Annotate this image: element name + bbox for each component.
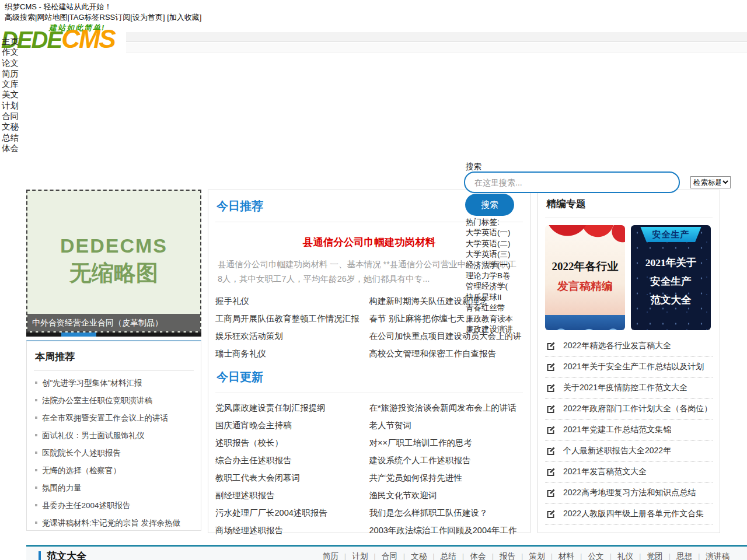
category-link[interactable]: 思想 <box>676 552 692 560</box>
update-link[interactable]: 综合办主任述职报告 <box>215 456 292 465</box>
update-link[interactable]: 对××厂职工培训工作的思考 <box>369 438 472 447</box>
update-link[interactable]: 老人节贺词 <box>369 421 412 430</box>
nav-link[interactable]: 作文 <box>2 47 19 57</box>
today-link[interactable]: 瑞士商务礼仪 <box>215 349 266 358</box>
slider-pager[interactable] <box>26 332 201 337</box>
weekly-item-link[interactable]: 党课讲稿材料:牢记党的宗旨 发挥余热做 <box>42 519 180 527</box>
hot-tag-link[interactable]: 廉政建设演讲 <box>466 324 536 335</box>
slider-pager-active-segment[interactable] <box>61 332 96 337</box>
category-link[interactable]: 体会 <box>470 552 486 560</box>
nav-link[interactable]: 总结 <box>2 133 19 142</box>
category-link[interactable]: 演讲稿 <box>706 552 730 560</box>
top-utility-link[interactable]: RSS订阅 <box>100 13 131 22</box>
today-link[interactable]: 工商局开展队伍教育整顿工作情况汇报 <box>215 314 359 323</box>
update-link[interactable]: 我们是怎么样抓职工队伍建设？ <box>369 508 488 517</box>
nav-link[interactable]: 简历 <box>2 69 19 78</box>
update-link[interactable]: 党风廉政建设责任制汇报提纲 <box>215 403 326 412</box>
weekly-item-link[interactable]: 氛围的力量 <box>42 484 82 492</box>
update-link[interactable]: 建设系统个人工作述职报告 <box>369 456 471 465</box>
hot-tag-link[interactable]: 青春红丝带 <box>466 303 536 313</box>
topic-card-safety-2021[interactable]: 安全生产 2021年关于 安全生产 范文大全 <box>631 225 711 330</box>
today-link[interactable]: 春节 别让麻将把你缠七天 <box>369 314 465 323</box>
topic-card-speeches-2022[interactable]: 2022年各行业 发言稿精编 <box>545 225 625 330</box>
update-link[interactable]: 教职工代表大会闭幕词 <box>215 473 300 482</box>
hot-tag-link[interactable]: 快乐星球II <box>466 292 536 303</box>
nav-link[interactable]: 论文 <box>2 58 19 68</box>
weekly-item-link[interactable]: 法院办公室主任职位竞职演讲稿 <box>42 396 152 405</box>
nav-link[interactable]: 主页 <box>2 37 19 46</box>
update-link[interactable]: 在*旅游投资洽谈会新闻发布会上的讲话 <box>369 403 516 412</box>
category-link[interactable]: 文秘 <box>411 552 427 560</box>
weekly-item-link[interactable]: 县委办主任2004述职报告 <box>42 501 131 510</box>
hot-tag-link[interactable]: 大学英语(二) <box>466 239 536 249</box>
nav-link[interactable]: 体会 <box>2 144 19 153</box>
top-utility-link[interactable]: 网站地图| <box>37 13 69 22</box>
category-link[interactable]: 总结 <box>441 552 456 560</box>
nav-link[interactable]: 文库 <box>2 79 19 89</box>
category-link[interactable]: 合同 <box>382 552 397 560</box>
category-link[interactable]: 材料 <box>558 552 574 560</box>
list-item: 氛围的力量 <box>34 480 194 497</box>
nav-link[interactable]: 文秘 <box>2 122 19 131</box>
list-item: 2022年政府部门工作计划大全（各岗位） <box>545 399 713 420</box>
weekly-item-link[interactable]: 无悔的选择（检察官） <box>42 466 121 475</box>
card-text: 2021年关于 <box>631 256 711 270</box>
weekly-item-link[interactable]: 医院院长个人述职报告 <box>42 449 121 457</box>
search-button[interactable]: 搜索 <box>465 194 514 216</box>
topic-link[interactable]: 2021年发言稿范文大全 <box>563 467 647 477</box>
list-item: 报告 <box>486 552 515 560</box>
update-link[interactable]: 述职报告（校长） <box>215 438 283 447</box>
featured-slider[interactable]: DEDECMS 无缩略图 中外合资经营企业合同（皮革制品） <box>26 190 201 337</box>
update-link[interactable]: 污水处理厂厂长2004述职报告 <box>215 508 327 517</box>
list-item: 党风廉政建设责任制汇报提纲 <box>215 399 369 416</box>
topic-link[interactable]: 2021年关于安全生产工作总结以及计划 <box>563 362 704 372</box>
update-link[interactable]: 商场经理述职报告 <box>215 526 283 535</box>
search-input[interactable] <box>464 172 680 193</box>
nav-link[interactable]: 合同 <box>2 111 19 121</box>
topic-link[interactable]: 2022高考地理复习方法和知识点总结 <box>563 488 696 498</box>
nav-item: 作文 <box>2 47 19 57</box>
category-link[interactable]: 简历 <box>323 552 338 560</box>
top-utility-link[interactable]: 高级搜索| <box>5 13 37 22</box>
category-link[interactable]: 党团 <box>647 552 662 560</box>
top-utility-link[interactable]: [设为首页] <box>130 13 167 22</box>
weekly-item-link[interactable]: 在全市双拥暨安置工作会议上的讲话 <box>42 414 168 422</box>
update-link[interactable]: 渔民文化节欢迎词 <box>369 491 437 500</box>
list-item: 建设系统个人工作述职报告 <box>369 452 523 469</box>
category-link[interactable]: 礼仪 <box>617 552 633 560</box>
list-item: 老人节贺词 <box>369 416 523 434</box>
slider-caption[interactable]: 中外合资经营企业合同（皮革制品） <box>27 314 200 331</box>
topic-link[interactable]: 2021年党建工作总结范文集锦 <box>563 425 671 435</box>
today-link[interactable]: 娱乐狂欢活动策划 <box>215 331 283 341</box>
topic-link[interactable]: 2022年精选各行业发言稿大全 <box>563 341 671 351</box>
hot-tag-link[interactable]: 理论力学B卷 <box>466 271 536 281</box>
nav-link[interactable]: 计划 <box>2 101 19 110</box>
top-utility-link[interactable]: [加入收藏] <box>167 13 201 22</box>
today-link[interactable]: 高校公文管理和保密工作自查报告 <box>369 349 497 358</box>
update-link[interactable]: 副经理述职报告 <box>215 491 275 500</box>
category-link[interactable]: 报告 <box>500 552 515 560</box>
update-link[interactable]: 共产党员如何保持先进性 <box>369 473 463 482</box>
search-scope-select[interactable]: 检索标题 <box>690 176 731 188</box>
hot-tag-link[interactable]: 大学英语(三) <box>466 249 536 260</box>
weekly-item-link[interactable]: 面试礼仪：男士面试服饰礼仪 <box>42 431 145 440</box>
hot-tag-link[interactable]: 经济法学(一) <box>466 260 536 271</box>
weekly-item-link[interactable]: 创"先进学习型集体"材料汇报 <box>42 379 142 387</box>
hot-tag-link[interactable]: 管理经济学( <box>466 281 536 292</box>
topic-link[interactable]: 关于2021年疫情防控工作范文大全 <box>563 383 687 393</box>
update-link[interactable]: 国庆通宵晚会主持稿 <box>215 421 292 430</box>
nav-link[interactable]: 美文 <box>2 90 19 99</box>
today-link[interactable]: 握手礼仪 <box>215 296 249 306</box>
category-link[interactable]: 公文 <box>588 552 603 560</box>
topic-link[interactable]: 2022人教版四年级上册各单元作文合集 <box>563 509 704 519</box>
update-link[interactable]: 2003年政法综治工作回顾及2004年工作 <box>369 526 517 535</box>
site-logo[interactable]: 建站如此简单! DEDECMS <box>0 24 126 52</box>
topic-link[interactable]: 2022年政府部门工作计划大全（各岗位） <box>563 404 711 414</box>
hot-tag-link[interactable]: 大学英语(一) <box>466 228 536 238</box>
category-link[interactable]: 计划 <box>352 552 368 560</box>
category-link[interactable]: 策划 <box>529 552 544 560</box>
top-utility-link[interactable]: TAG标签 <box>69 13 100 22</box>
hot-tag-link[interactable]: 廉政教育读本 <box>466 314 536 324</box>
edit-icon <box>546 404 556 414</box>
topic-link[interactable]: 个人最新述职报告大全2022年 <box>563 446 671 456</box>
